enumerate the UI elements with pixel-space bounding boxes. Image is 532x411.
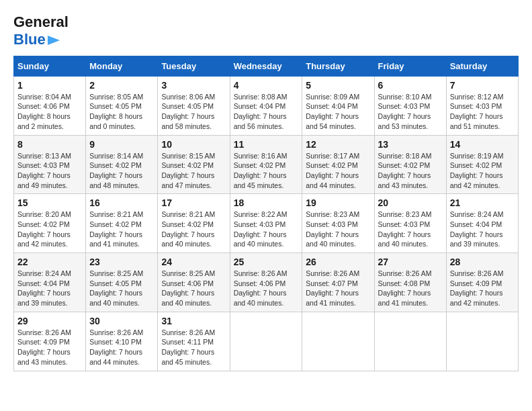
day-info: Sunrise: 8:26 AM Sunset: 4:06 PM Dayligh… — [234, 269, 299, 308]
day-info: Sunrise: 8:21 AM Sunset: 4:02 PM Dayligh… — [89, 210, 154, 249]
calendar-cell: 10 Sunrise: 8:15 AM Sunset: 4:02 PM Dayl… — [158, 135, 230, 194]
day-number: 25 — [234, 257, 299, 267]
daylight-text: Daylight: 7 hours and 41 minutes. — [378, 289, 431, 307]
daylight-text: Daylight: 7 hours and 39 minutes. — [17, 289, 71, 307]
sunrise-text: Sunrise: 8:14 AM — [89, 152, 143, 160]
calendar-cell: 2 Sunrise: 8:05 AM Sunset: 4:05 PM Dayli… — [86, 76, 158, 135]
sunrise-text: Sunrise: 8:26 AM — [450, 269, 504, 277]
header-sunday: Sunday — [14, 56, 86, 76]
day-number: 14 — [450, 139, 515, 150]
calendar-cell — [302, 312, 374, 371]
daylight-text: Daylight: 7 hours and 43 minutes. — [378, 171, 431, 189]
sunset-text: Sunset: 4:02 PM — [17, 220, 70, 228]
day-number: 31 — [161, 316, 226, 326]
day-info: Sunrise: 8:10 AM Sunset: 4:03 PM Dayligh… — [378, 92, 443, 132]
sunset-text: Sunset: 4:05 PM — [161, 102, 214, 110]
daylight-text: Daylight: 7 hours and 40 minutes. — [161, 230, 214, 248]
daylight-text: Daylight: 7 hours and 53 minutes. — [378, 112, 431, 130]
sunrise-text: Sunrise: 8:26 AM — [161, 328, 215, 336]
daylight-text: Daylight: 7 hours and 51 minutes. — [450, 112, 503, 130]
sunset-text: Sunset: 4:03 PM — [450, 102, 502, 110]
calendar-cell: 26 Sunrise: 8:26 AM Sunset: 4:07 PM Dayl… — [302, 253, 374, 312]
daylight-text: Daylight: 7 hours and 58 minutes. — [161, 112, 214, 130]
calendar-week-row: 15 Sunrise: 8:20 AM Sunset: 4:02 PM Dayl… — [14, 194, 519, 253]
sunrise-text: Sunrise: 8:26 AM — [17, 328, 71, 336]
day-number: 9 — [89, 139, 154, 150]
day-info: Sunrise: 8:21 AM Sunset: 4:02 PM Dayligh… — [161, 210, 226, 249]
day-number: 16 — [89, 197, 154, 208]
calendar-cell: 22 Sunrise: 8:24 AM Sunset: 4:04 PM Dayl… — [14, 253, 86, 312]
sunrise-text: Sunrise: 8:17 AM — [306, 152, 359, 160]
day-number: 28 — [450, 257, 515, 267]
day-number: 13 — [378, 139, 443, 150]
day-number: 17 — [161, 197, 226, 208]
calendar-cell: 7 Sunrise: 8:12 AM Sunset: 4:03 PM Dayli… — [446, 76, 518, 135]
day-number: 21 — [450, 197, 515, 208]
day-number: 15 — [17, 197, 82, 208]
daylight-text: Daylight: 8 hours and 0 minutes. — [89, 112, 142, 130]
sunrise-text: Sunrise: 8:23 AM — [378, 210, 432, 218]
daylight-text: Daylight: 7 hours and 40 minutes. — [234, 230, 287, 248]
day-number: 7 — [450, 80, 515, 91]
day-info: Sunrise: 8:26 AM Sunset: 4:10 PM Dayligh… — [89, 328, 154, 367]
day-number: 3 — [161, 80, 226, 91]
day-info: Sunrise: 8:15 AM Sunset: 4:02 PM Dayligh… — [161, 151, 226, 191]
calendar-cell: 13 Sunrise: 8:18 AM Sunset: 4:02 PM Dayl… — [374, 135, 446, 194]
sunrise-text: Sunrise: 8:26 AM — [89, 328, 143, 336]
daylight-text: Daylight: 7 hours and 41 minutes. — [306, 289, 359, 307]
calendar-cell: 27 Sunrise: 8:26 AM Sunset: 4:08 PM Dayl… — [374, 253, 446, 312]
day-info: Sunrise: 8:06 AM Sunset: 4:05 PM Dayligh… — [161, 92, 226, 132]
sunset-text: Sunset: 4:03 PM — [17, 161, 70, 169]
sunset-text: Sunset: 4:04 PM — [306, 102, 358, 110]
sunrise-text: Sunrise: 8:25 AM — [161, 269, 215, 277]
calendar-cell: 15 Sunrise: 8:20 AM Sunset: 4:02 PM Dayl… — [14, 194, 86, 253]
day-info: Sunrise: 8:12 AM Sunset: 4:03 PM Dayligh… — [450, 92, 515, 132]
calendar-cell: 12 Sunrise: 8:17 AM Sunset: 4:02 PM Dayl… — [302, 135, 374, 194]
calendar-cell: 3 Sunrise: 8:06 AM Sunset: 4:05 PM Dayli… — [158, 76, 230, 135]
calendar-cell — [230, 312, 302, 371]
header-tuesday: Tuesday — [158, 56, 230, 76]
sunset-text: Sunset: 4:06 PM — [234, 279, 286, 287]
day-number: 19 — [306, 197, 370, 208]
daylight-text: Daylight: 7 hours and 40 minutes. — [234, 289, 287, 307]
day-info: Sunrise: 8:26 AM Sunset: 4:09 PM Dayligh… — [450, 269, 515, 308]
logo-arrow-icon — [48, 36, 60, 45]
day-number: 4 — [234, 80, 299, 91]
sunset-text: Sunset: 4:09 PM — [450, 279, 502, 287]
sunset-text: Sunset: 4:02 PM — [234, 161, 286, 169]
header-wednesday: Wednesday — [230, 56, 302, 76]
sunrise-text: Sunrise: 8:09 AM — [306, 93, 359, 101]
day-number: 23 — [89, 257, 154, 267]
sunrise-text: Sunrise: 8:05 AM — [89, 93, 143, 101]
calendar-cell: 14 Sunrise: 8:19 AM Sunset: 4:02 PM Dayl… — [446, 135, 518, 194]
day-info: Sunrise: 8:13 AM Sunset: 4:03 PM Dayligh… — [17, 151, 82, 191]
day-info: Sunrise: 8:26 AM Sunset: 4:11 PM Dayligh… — [161, 328, 226, 367]
day-info: Sunrise: 8:20 AM Sunset: 4:02 PM Dayligh… — [17, 210, 82, 249]
sunrise-text: Sunrise: 8:21 AM — [89, 210, 143, 218]
daylight-text: Daylight: 7 hours and 44 minutes. — [306, 171, 359, 189]
sunrise-text: Sunrise: 8:26 AM — [234, 269, 287, 277]
sunset-text: Sunset: 4:05 PM — [89, 279, 142, 287]
sunrise-text: Sunrise: 8:12 AM — [450, 93, 504, 101]
sunset-text: Sunset: 4:04 PM — [234, 102, 286, 110]
logo: General Blue — [13, 13, 69, 49]
sunset-text: Sunset: 4:03 PM — [378, 102, 431, 110]
logo-text: General Blue — [13, 13, 69, 49]
sunrise-text: Sunrise: 8:24 AM — [450, 210, 504, 218]
sunset-text: Sunset: 4:06 PM — [161, 279, 214, 287]
sunset-text: Sunset: 4:02 PM — [450, 161, 502, 169]
day-info: Sunrise: 8:23 AM Sunset: 4:03 PM Dayligh… — [306, 210, 370, 249]
daylight-text: Daylight: 7 hours and 42 minutes. — [450, 171, 503, 189]
daylight-text: Daylight: 7 hours and 45 minutes. — [234, 171, 287, 189]
daylight-text: Daylight: 7 hours and 49 minutes. — [17, 171, 71, 189]
day-info: Sunrise: 8:14 AM Sunset: 4:02 PM Dayligh… — [89, 151, 154, 191]
calendar-cell: 8 Sunrise: 8:13 AM Sunset: 4:03 PM Dayli… — [14, 135, 86, 194]
calendar-cell — [374, 312, 446, 371]
sunrise-text: Sunrise: 8:06 AM — [161, 93, 215, 101]
daylight-text: Daylight: 7 hours and 54 minutes. — [306, 112, 359, 130]
calendar-cell: 24 Sunrise: 8:25 AM Sunset: 4:06 PM Dayl… — [158, 253, 230, 312]
calendar-cell: 20 Sunrise: 8:23 AM Sunset: 4:03 PM Dayl… — [374, 194, 446, 253]
day-info: Sunrise: 8:05 AM Sunset: 4:05 PM Dayligh… — [89, 92, 154, 132]
calendar-week-row: 29 Sunrise: 8:26 AM Sunset: 4:09 PM Dayl… — [14, 312, 519, 371]
calendar-cell: 17 Sunrise: 8:21 AM Sunset: 4:02 PM Dayl… — [158, 194, 230, 253]
